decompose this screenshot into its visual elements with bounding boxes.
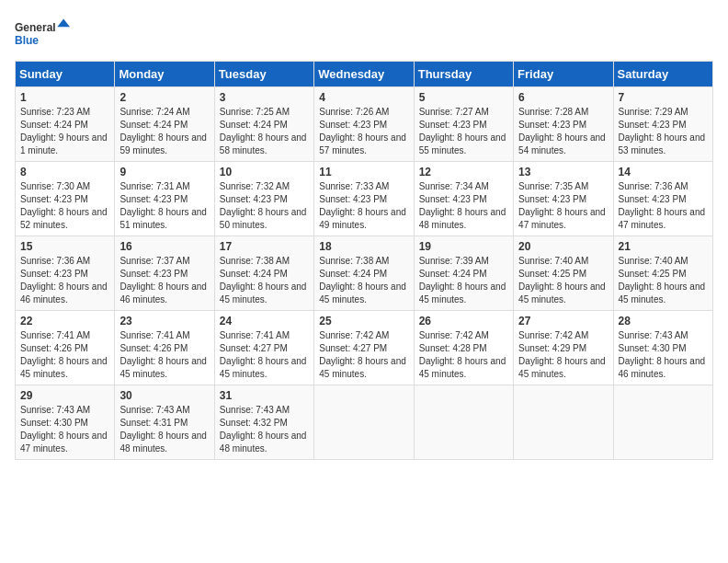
calendar-cell xyxy=(314,385,414,460)
day-number: 14 xyxy=(619,166,708,178)
day-info: Sunrise: 7:42 AMSunset: 4:29 PMDaylight:… xyxy=(518,330,606,379)
day-number: 27 xyxy=(518,315,608,327)
day-info: Sunrise: 7:30 AMSunset: 4:23 PMDaylight:… xyxy=(20,181,108,230)
day-number: 5 xyxy=(419,91,508,104)
calendar-cell: 26Sunrise: 7:42 AMSunset: 4:28 PMDayligh… xyxy=(414,311,513,385)
header-sunday: Sunday xyxy=(16,62,115,87)
svg-text:Blue: Blue xyxy=(15,34,39,47)
day-info: Sunrise: 7:36 AMSunset: 4:23 PMDaylight:… xyxy=(619,181,706,230)
day-number: 21 xyxy=(619,240,708,253)
header: General Blue xyxy=(15,15,713,52)
svg-marker-2 xyxy=(57,19,70,28)
day-number: 28 xyxy=(619,315,708,327)
calendar-cell xyxy=(613,385,712,460)
calendar-cell xyxy=(414,385,513,460)
calendar-cell: 8Sunrise: 7:30 AMSunset: 4:23 PMDaylight… xyxy=(16,162,115,236)
day-info: Sunrise: 7:25 AMSunset: 4:24 PMDaylight:… xyxy=(220,107,307,155)
day-info: Sunrise: 7:26 AMSunset: 4:23 PMDaylight:… xyxy=(319,107,406,155)
calendar-cell: 12Sunrise: 7:34 AMSunset: 4:23 PMDayligh… xyxy=(414,162,513,236)
day-number: 17 xyxy=(220,240,309,253)
calendar-cell xyxy=(514,385,613,460)
day-info: Sunrise: 7:37 AMSunset: 4:23 PMDaylight:… xyxy=(119,256,207,304)
day-number: 31 xyxy=(220,389,309,402)
day-info: Sunrise: 7:42 AMSunset: 4:27 PMDaylight:… xyxy=(319,330,406,379)
day-info: Sunrise: 7:38 AMSunset: 4:24 PMDaylight:… xyxy=(319,256,406,304)
day-info: Sunrise: 7:41 AMSunset: 4:27 PMDaylight:… xyxy=(220,330,307,379)
day-info: Sunrise: 7:40 AMSunset: 4:25 PMDaylight:… xyxy=(619,256,706,304)
day-info: Sunrise: 7:34 AMSunset: 4:23 PMDaylight:… xyxy=(419,181,506,230)
calendar-week-1: 1Sunrise: 7:23 AMSunset: 4:24 PMDaylight… xyxy=(16,87,713,162)
calendar-cell: 23Sunrise: 7:41 AMSunset: 4:26 PMDayligh… xyxy=(115,311,214,385)
calendar-cell: 6Sunrise: 7:28 AMSunset: 4:23 PMDaylight… xyxy=(514,87,613,162)
day-number: 29 xyxy=(20,389,109,402)
day-number: 6 xyxy=(518,91,608,104)
day-number: 10 xyxy=(220,166,309,178)
day-number: 22 xyxy=(20,315,109,327)
header-thursday: Thursday xyxy=(414,62,513,87)
calendar-cell: 22Sunrise: 7:41 AMSunset: 4:26 PMDayligh… xyxy=(16,311,115,385)
day-info: Sunrise: 7:33 AMSunset: 4:23 PMDaylight:… xyxy=(319,181,406,230)
calendar-cell: 11Sunrise: 7:33 AMSunset: 4:23 PMDayligh… xyxy=(314,162,414,236)
day-number: 11 xyxy=(319,166,408,178)
day-info: Sunrise: 7:31 AMSunset: 4:23 PMDaylight:… xyxy=(119,181,207,230)
calendar-cell: 30Sunrise: 7:43 AMSunset: 4:31 PMDayligh… xyxy=(115,385,214,460)
day-number: 18 xyxy=(319,240,408,253)
day-number: 30 xyxy=(119,389,209,402)
day-number: 24 xyxy=(220,315,309,327)
calendar-cell: 5Sunrise: 7:27 AMSunset: 4:23 PMDaylight… xyxy=(414,87,513,162)
calendar-header-row: SundayMondayTuesdayWednesdayThursdayFrid… xyxy=(16,62,713,87)
day-number: 25 xyxy=(319,315,408,327)
day-number: 9 xyxy=(119,166,209,178)
calendar-cell: 3Sunrise: 7:25 AMSunset: 4:24 PMDaylight… xyxy=(214,87,313,162)
day-number: 15 xyxy=(20,240,109,253)
calendar-cell: 31Sunrise: 7:43 AMSunset: 4:32 PMDayligh… xyxy=(214,385,313,460)
calendar-week-4: 22Sunrise: 7:41 AMSunset: 4:26 PMDayligh… xyxy=(16,311,713,385)
day-info: Sunrise: 7:36 AMSunset: 4:23 PMDaylight:… xyxy=(20,256,108,304)
calendar-cell: 10Sunrise: 7:32 AMSunset: 4:23 PMDayligh… xyxy=(214,162,313,236)
day-info: Sunrise: 7:29 AMSunset: 4:23 PMDaylight:… xyxy=(619,107,706,155)
header-monday: Monday xyxy=(115,62,214,87)
header-friday: Friday xyxy=(514,62,613,87)
day-info: Sunrise: 7:23 AMSunset: 4:24 PMDaylight:… xyxy=(20,107,108,155)
calendar-week-3: 15Sunrise: 7:36 AMSunset: 4:23 PMDayligh… xyxy=(16,236,713,311)
day-number: 23 xyxy=(119,315,209,327)
day-number: 3 xyxy=(220,91,309,104)
calendar-cell: 16Sunrise: 7:37 AMSunset: 4:23 PMDayligh… xyxy=(115,236,214,311)
calendar-cell: 29Sunrise: 7:43 AMSunset: 4:30 PMDayligh… xyxy=(16,385,115,460)
calendar-cell: 19Sunrise: 7:39 AMSunset: 4:24 PMDayligh… xyxy=(414,236,513,311)
calendar-cell: 7Sunrise: 7:29 AMSunset: 4:23 PMDaylight… xyxy=(613,87,712,162)
calendar-cell: 24Sunrise: 7:41 AMSunset: 4:27 PMDayligh… xyxy=(214,311,313,385)
calendar-cell: 4Sunrise: 7:26 AMSunset: 4:23 PMDaylight… xyxy=(314,87,414,162)
day-info: Sunrise: 7:43 AMSunset: 4:30 PMDaylight:… xyxy=(20,405,108,454)
day-info: Sunrise: 7:27 AMSunset: 4:23 PMDaylight:… xyxy=(419,107,506,155)
day-info: Sunrise: 7:28 AMSunset: 4:23 PMDaylight:… xyxy=(518,107,606,155)
day-number: 26 xyxy=(419,315,508,327)
svg-text:General: General xyxy=(15,21,56,34)
day-number: 7 xyxy=(619,91,708,104)
calendar-cell: 25Sunrise: 7:42 AMSunset: 4:27 PMDayligh… xyxy=(314,311,414,385)
calendar-cell: 2Sunrise: 7:24 AMSunset: 4:24 PMDaylight… xyxy=(115,87,214,162)
calendar-cell: 14Sunrise: 7:36 AMSunset: 4:23 PMDayligh… xyxy=(613,162,712,236)
header-wednesday: Wednesday xyxy=(314,62,414,87)
day-info: Sunrise: 7:40 AMSunset: 4:25 PMDaylight:… xyxy=(518,256,606,304)
header-tuesday: Tuesday xyxy=(214,62,313,87)
day-info: Sunrise: 7:32 AMSunset: 4:23 PMDaylight:… xyxy=(220,181,307,230)
calendar-week-5: 29Sunrise: 7:43 AMSunset: 4:30 PMDayligh… xyxy=(16,385,713,460)
calendar-cell: 20Sunrise: 7:40 AMSunset: 4:25 PMDayligh… xyxy=(514,236,613,311)
day-number: 16 xyxy=(119,240,209,253)
calendar-cell: 28Sunrise: 7:43 AMSunset: 4:30 PMDayligh… xyxy=(613,311,712,385)
calendar-cell: 15Sunrise: 7:36 AMSunset: 4:23 PMDayligh… xyxy=(16,236,115,311)
day-number: 2 xyxy=(119,91,209,104)
calendar-cell: 21Sunrise: 7:40 AMSunset: 4:25 PMDayligh… xyxy=(613,236,712,311)
header-saturday: Saturday xyxy=(613,62,712,87)
day-number: 19 xyxy=(419,240,508,253)
day-info: Sunrise: 7:35 AMSunset: 4:23 PMDaylight:… xyxy=(518,181,606,230)
day-info: Sunrise: 7:42 AMSunset: 4:28 PMDaylight:… xyxy=(419,330,506,379)
calendar-cell: 9Sunrise: 7:31 AMSunset: 4:23 PMDaylight… xyxy=(115,162,214,236)
day-info: Sunrise: 7:39 AMSunset: 4:24 PMDaylight:… xyxy=(419,256,506,304)
calendar-cell: 27Sunrise: 7:42 AMSunset: 4:29 PMDayligh… xyxy=(514,311,613,385)
day-info: Sunrise: 7:43 AMSunset: 4:32 PMDaylight:… xyxy=(220,405,307,454)
day-number: 8 xyxy=(20,166,109,178)
logo-svg: General Blue xyxy=(15,15,70,52)
calendar: SundayMondayTuesdayWednesdayThursdayFrid… xyxy=(15,61,713,460)
